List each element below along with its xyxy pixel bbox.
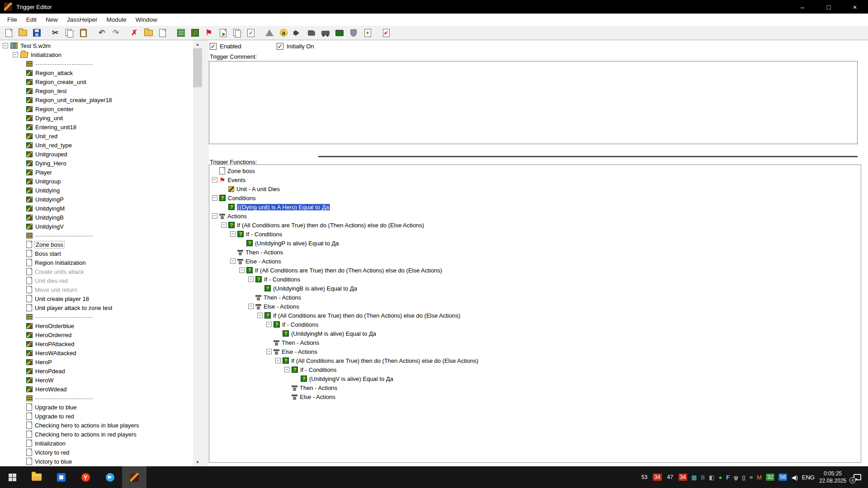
- copy-trigger-button[interactable]: [231, 27, 243, 39]
- function-item[interactable]: −Else - Actions: [209, 347, 861, 356]
- function-item[interactable]: −⚑Events: [209, 175, 861, 184]
- sensor-2-tray-item[interactable]: 34: [653, 474, 661, 481]
- menu-new[interactable]: New: [41, 14, 62, 26]
- sensor-3-tray-item[interactable]: 47: [666, 474, 675, 481]
- collapse-icon[interactable]: −: [3, 43, 8, 48]
- tree-item[interactable]: Initialization: [0, 439, 193, 448]
- function-item[interactable]: ?(UnitdyingM is alive) Equal to Да: [209, 329, 861, 338]
- tree-item[interactable]: Region_unit_create_player18: [0, 95, 193, 104]
- tree-item[interactable]: HeroP: [0, 357, 193, 366]
- tray-app-2-tray-item[interactable]: ◧: [709, 474, 714, 481]
- enabled-checkbox-group[interactable]: ✓ Enabled: [210, 43, 241, 50]
- tree-item[interactable]: Unit player attack to zone test: [0, 303, 193, 312]
- tree-item[interactable]: ------------------------: [0, 231, 193, 240]
- tree-item[interactable]: Unitgroup: [0, 177, 193, 186]
- sensor-4-tray-item[interactable]: 34: [679, 474, 687, 481]
- check-syntax-button[interactable]: ✔: [380, 27, 392, 39]
- function-item[interactable]: Then - Actions: [209, 383, 861, 392]
- collapse-icon[interactable]: −: [221, 222, 226, 228]
- cut-button[interactable]: ✂: [49, 27, 61, 39]
- tree-item[interactable]: HeroOrderred: [0, 330, 193, 339]
- variables-button[interactable]: [175, 27, 187, 39]
- collapse-icon[interactable]: −: [248, 304, 254, 309]
- collapse-icon[interactable]: −: [266, 322, 272, 327]
- new-category-button[interactable]: [142, 27, 155, 39]
- telegram-taskbar-button[interactable]: [98, 466, 122, 488]
- trigger-comment-input[interactable]: [209, 61, 858, 144]
- tree-item[interactable]: Victory to blue: [0, 457, 193, 466]
- object-editor-button[interactable]: [305, 27, 318, 39]
- tree-item[interactable]: HeroWAttacked: [0, 348, 193, 357]
- function-item[interactable]: Else - Actions: [209, 392, 861, 401]
- tree-item[interactable]: UnitdyingB: [0, 213, 193, 222]
- tree-item[interactable]: Player: [0, 168, 193, 177]
- initially-on-checkbox[interactable]: ✓: [277, 43, 283, 50]
- tree-item[interactable]: Region Initialization: [0, 258, 193, 267]
- function-item[interactable]: Zone boss: [209, 166, 861, 175]
- function-item[interactable]: −?If (All Conditions are True) then do (…: [209, 311, 861, 320]
- tray-app-4-tray-item[interactable]: F: [726, 474, 730, 481]
- tree-item[interactable]: HeroWdead: [0, 385, 193, 394]
- delete-trigger-button[interactable]: ✗: [189, 27, 201, 39]
- wifi-tray-item[interactable]: ≈: [750, 474, 753, 481]
- taskbar-clock[interactable]: 0:05:25 22.08.2025: [819, 470, 846, 484]
- paste-button[interactable]: [77, 27, 90, 39]
- function-item[interactable]: −?If (All Conditions are True) then do (…: [209, 356, 861, 365]
- tree-item[interactable]: Zone boss: [0, 240, 193, 249]
- tree-item[interactable]: Boss start: [0, 249, 193, 258]
- close-button[interactable]: ×: [842, 0, 868, 14]
- redo-button[interactable]: ↷: [109, 27, 122, 39]
- function-item[interactable]: −Actions: [209, 211, 861, 221]
- menu-jasshelper[interactable]: JassHelper: [62, 14, 102, 26]
- scroll-down-icon[interactable]: ▼: [193, 458, 202, 466]
- object-manager-button[interactable]: [347, 27, 360, 39]
- tree-item[interactable]: Dying_unit: [0, 113, 193, 122]
- collapse-icon[interactable]: −: [212, 195, 217, 201]
- volume-tray-item[interactable]: ◀): [791, 474, 797, 481]
- function-item[interactable]: −?If - Conditions: [209, 275, 861, 284]
- tree-item[interactable]: Upgrade to red: [0, 412, 193, 421]
- microphone-tray-item[interactable]: ψ: [734, 474, 738, 481]
- menu-module[interactable]: Module: [102, 14, 131, 26]
- function-item[interactable]: Then - Actions: [209, 338, 861, 347]
- scrollbar-thumb[interactable]: [193, 48, 202, 87]
- tree-item[interactable]: ------------------------: [0, 312, 193, 321]
- tree-item[interactable]: Create units attack: [0, 267, 193, 276]
- tree-item[interactable]: HeroPdead: [0, 366, 193, 375]
- tree-item[interactable]: HeroW: [0, 375, 193, 385]
- enabled-checkbox[interactable]: ✓: [210, 43, 217, 50]
- function-item[interactable]: ?(UnitdyingV is alive) Equal to Да: [209, 374, 861, 383]
- tree-item[interactable]: Checking hero to actions in red players: [0, 430, 193, 439]
- collapse-icon[interactable]: −: [248, 277, 254, 282]
- msi-center-tray-item[interactable]: M: [757, 474, 762, 481]
- tree-item[interactable]: ------------------------: [0, 59, 193, 68]
- function-item[interactable]: −?If (All Conditions are True) then do (…: [209, 266, 861, 275]
- app-blue-taskbar-button[interactable]: [49, 466, 73, 488]
- collapse-icon[interactable]: −: [266, 349, 272, 354]
- tree-item[interactable]: ------------------------: [0, 394, 193, 403]
- tree-item[interactable]: Upgrade to blue: [0, 403, 193, 412]
- tree-item[interactable]: Checking hero to actions in blue players: [0, 421, 193, 430]
- enable-trigger-button[interactable]: ✓: [245, 27, 257, 39]
- action-center-button[interactable]: 4: [851, 470, 863, 484]
- function-item[interactable]: ?((Dying unit) is A Hero) Equal to Да: [209, 202, 861, 211]
- function-item[interactable]: Then - Actions: [209, 293, 861, 302]
- tree-item[interactable]: HeroOrderblue: [0, 321, 193, 330]
- language-tray-item[interactable]: ENG: [802, 474, 815, 481]
- delete-button[interactable]: ✗: [128, 27, 141, 39]
- initially-on-checkbox-group[interactable]: ✓ Initially On: [277, 43, 314, 50]
- undo-button[interactable]: ↶: [95, 27, 108, 39]
- save-map-button[interactable]: [30, 27, 43, 39]
- function-item[interactable]: −Else - Actions: [209, 302, 861, 311]
- tree-item[interactable]: Region_attack: [0, 68, 193, 77]
- collapse-icon[interactable]: −: [230, 258, 236, 264]
- start-taskbar-button[interactable]: [0, 466, 24, 488]
- yandex-browser-taskbar-button[interactable]: Y: [73, 466, 98, 488]
- tree-item[interactable]: −Initialization: [0, 50, 193, 59]
- tree-item[interactable]: Victory to red: [0, 448, 193, 457]
- collapse-icon[interactable]: −: [239, 267, 245, 273]
- tree-item[interactable]: Region_create_unit: [0, 77, 193, 86]
- menu-file[interactable]: File: [3, 14, 22, 26]
- collapse-icon[interactable]: −: [275, 358, 281, 363]
- tree-item[interactable]: Dying_Hero: [0, 159, 193, 168]
